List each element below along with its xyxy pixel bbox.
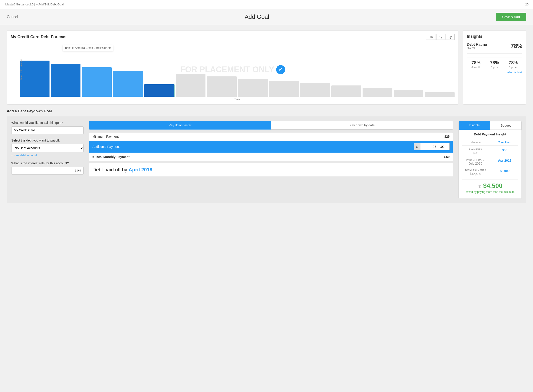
interest-input[interactable] xyxy=(11,167,84,174)
vertical-divider-2 xyxy=(490,159,490,165)
bottom-inner: What would you like to call this goal? S… xyxy=(11,121,522,199)
chart-tooltip: Bank of America Credit Card Paid Off! xyxy=(63,45,113,51)
rating-period-1y: 1 year xyxy=(487,66,502,69)
rating-col-5y: 78% 5 years xyxy=(504,60,522,69)
insight-tabs: Insights Budget xyxy=(459,121,521,130)
debt-rating-label: Debt Rating xyxy=(467,42,487,47)
rating-pct-5y: 78% xyxy=(506,60,521,65)
bar-0 xyxy=(20,61,50,97)
time-btn-5y[interactable]: 5y xyxy=(445,34,454,40)
savings-amount-row: ⓘ $4,500 xyxy=(463,182,516,189)
additional-amount-input[interactable] xyxy=(420,143,438,150)
rating-col-1y: 78% 1 year xyxy=(485,60,504,69)
cancel-button[interactable]: Cancel xyxy=(7,15,18,19)
title-bar: [Master] Guidance 2.0 | -- Add/Edit Debt… xyxy=(0,0,533,9)
insight-tab-insights[interactable]: Insights xyxy=(459,121,490,130)
insight-panel-header: Debt Payment Insight xyxy=(462,132,518,138)
currency-symbol: $ xyxy=(414,143,420,150)
vertical-divider-3 xyxy=(490,169,490,176)
debt-rating-row: Debt Rating Overall 78% xyxy=(467,42,522,54)
debt-rating-labels: Debt Rating Overall xyxy=(467,42,487,50)
title-bar-right: 20 xyxy=(525,3,528,6)
time-buttons: 6m 1y 5y xyxy=(426,34,454,40)
tab-pay-faster[interactable]: Pay down faster xyxy=(89,121,271,130)
save-add-button[interactable]: Save & Add xyxy=(496,13,526,21)
chart-title: My Credit Card Debt Forecast xyxy=(11,35,68,39)
total-payment-amount: $50 xyxy=(444,155,450,159)
bar-11 xyxy=(362,88,392,97)
comp-paidoff-wrapper-min: PAID OFF DATE July 2025 xyxy=(462,159,489,165)
bar-13 xyxy=(425,92,454,97)
comp-paidoff-plan: Apr 2018 xyxy=(498,159,511,165)
page-title: Add Goal xyxy=(245,13,269,20)
debt-label: Select the debt you want to payoff. xyxy=(11,139,84,142)
rating-period-5y: 5 years xyxy=(506,66,521,69)
new-account-link[interactable]: + new debt account xyxy=(11,154,84,157)
bar-4 xyxy=(144,84,175,97)
comp-col-minimum-header: Minimum xyxy=(462,141,490,144)
comp-payments-min: $25 xyxy=(473,151,478,155)
comp-payments-label: PAYMENTS xyxy=(469,148,482,151)
chart-header: My Credit Card Debt Forecast 6m 1y 5y xyxy=(11,34,454,40)
insight-box: Insights Budget Debt Payment Insight Min… xyxy=(459,121,522,199)
chart-bars xyxy=(20,51,454,97)
info-icon: ⓘ xyxy=(478,185,481,189)
tab-pay-by-date[interactable]: Pay down by date xyxy=(271,121,453,130)
bar-10 xyxy=(331,85,361,97)
select-wrapper: No Debt Accounts xyxy=(11,144,84,152)
what-is-this-link[interactable]: What is this? xyxy=(467,71,522,74)
time-btn-6m[interactable]: 6m xyxy=(426,34,436,40)
middle-col: Pay down faster Pay down by date Minimum… xyxy=(89,121,453,199)
savings-box: ⓘ $4,500 saved by paying more than the m… xyxy=(462,179,518,196)
bar-1 xyxy=(51,64,81,97)
time-btn-1y[interactable]: 1y xyxy=(436,34,445,40)
comp-payments-wrapper-plan: $50 xyxy=(491,148,519,155)
savings-label: saved by paying more than the minimum xyxy=(463,190,516,194)
bar-12 xyxy=(394,90,424,97)
comp-total-min: $12,500 xyxy=(470,172,481,176)
right-col: Insights Budget Debt Payment Insight Min… xyxy=(459,121,522,199)
payoff-date: April 2018 xyxy=(129,167,152,173)
goal-name-input[interactable] xyxy=(11,126,84,134)
title-bar-left: [Master] Guidance 2.0 | -- Add/Edit Debt… xyxy=(5,3,64,6)
comp-paidoff-row: PAID OFF DATE July 2025 Apr 2018 xyxy=(462,157,518,167)
additional-input-row: $ xyxy=(414,143,450,150)
comp-paidoff-wrapper-plan: Apr 2018 xyxy=(491,159,519,165)
debt-select[interactable]: No Debt Accounts xyxy=(11,144,84,152)
x-axis-label: Time xyxy=(11,98,454,101)
additional-payment-label: Additional Payment xyxy=(93,145,120,149)
chart-area: Total Debt Balance Bank of America Credi… xyxy=(11,42,454,97)
comp-total-row: TOTAL PAYMENTS $12,500 $8,000 xyxy=(462,167,518,177)
debt-rating-sublabel: Overall xyxy=(467,47,487,50)
additional-payment-row: Additional Payment $ xyxy=(89,141,453,153)
vertical-divider-1 xyxy=(490,148,490,155)
top-section: My Credit Card Debt Forecast 6m 1y 5y To… xyxy=(7,30,526,105)
goal-name-label: What would you like to call this goal? xyxy=(11,121,84,125)
bar-7 xyxy=(238,79,268,97)
min-payment-label: Minimum Payment xyxy=(93,135,119,138)
minimum-payment-row: Minimum Payment $25 xyxy=(89,132,453,141)
section-title: Add a Debt Paydown Goal xyxy=(7,109,526,113)
comp-total-wrapper-plan: $8,000 xyxy=(491,169,519,176)
bar-8 xyxy=(269,81,299,97)
insight-tab-budget[interactable]: Budget xyxy=(490,121,521,130)
comp-total-wrapper-min: TOTAL PAYMENTS $12,500 xyxy=(462,169,489,176)
insights-panel: Insights Debt Rating Overall 78% 78% 6 m… xyxy=(463,30,526,105)
bar-6 xyxy=(207,76,237,97)
comp-paidoff-label: PAID OFF DATE xyxy=(466,159,485,161)
chart-panel: My Credit Card Debt Forecast 6m 1y 5y To… xyxy=(7,30,459,105)
rating-pct-1y: 78% xyxy=(487,60,502,65)
header-bar: Cancel Add Goal Save & Add xyxy=(0,9,533,25)
total-payment-row: = Total Monthly Payment $50 xyxy=(89,153,453,161)
rating-col-6m: 78% 6 month xyxy=(467,60,485,69)
min-payment-amount: $25 xyxy=(444,135,450,138)
chart-container: Total Debt Balance Bank of America Credi… xyxy=(11,42,454,101)
additional-decimal-input[interactable] xyxy=(438,143,450,150)
payoff-prefix: Debt paid off by xyxy=(93,167,129,173)
payoff-banner: Debt paid off by April 2018 xyxy=(89,163,453,177)
savings-amount: $4,500 xyxy=(483,182,502,189)
comp-total-label: TOTAL PAYMENTS xyxy=(465,169,486,172)
rating-breakdown: 78% 6 month 78% 1 year 78% 5 years xyxy=(467,57,522,69)
rating-pct-6m: 78% xyxy=(468,60,483,65)
total-payment-label: = Total Monthly Payment xyxy=(93,155,130,159)
